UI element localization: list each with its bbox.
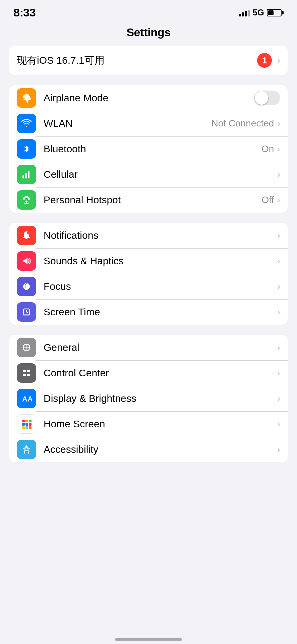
screen-time-icon	[17, 302, 36, 322]
accessibility-icon	[17, 440, 36, 459]
update-banner[interactable]: 现有iOS 16.7.1可用 1 ›	[9, 46, 288, 75]
screen-time-row[interactable]: Screen Time ›	[9, 299, 288, 325]
update-chevron-icon: ›	[277, 55, 280, 66]
home-indicator	[115, 638, 182, 641]
cellular-icon	[17, 165, 36, 184]
control-center-row[interactable]: Control Center ›	[9, 360, 288, 386]
svg-rect-28	[29, 423, 32, 426]
general-icon	[17, 338, 36, 357]
system-group: General › Control Center › AA Display & …	[9, 335, 288, 462]
general-row[interactable]: General ›	[9, 335, 288, 360]
sounds-icon	[17, 251, 36, 271]
general-chevron-icon: ›	[277, 342, 280, 353]
notifications-row[interactable]: Notifications ›	[9, 223, 288, 248]
cellular-label: Cellular	[44, 169, 277, 180]
status-time: 8:33	[13, 6, 36, 19]
svg-rect-2	[28, 171, 29, 178]
svg-point-4	[25, 201, 27, 203]
wlan-label: WLAN	[44, 118, 212, 129]
svg-rect-30	[25, 426, 28, 429]
wlan-icon	[17, 114, 36, 133]
update-text: 现有iOS 16.7.1可用	[17, 54, 257, 67]
display-brightness-label: Display & Brightness	[44, 393, 277, 404]
control-center-icon	[17, 363, 36, 383]
svg-rect-1	[25, 173, 27, 178]
control-center-label: Control Center	[44, 367, 277, 379]
page-title: Settings	[0, 22, 297, 46]
focus-icon	[17, 277, 36, 296]
svg-point-32	[25, 445, 27, 447]
focus-label: Focus	[44, 281, 277, 292]
display-brightness-icon: AA	[17, 389, 36, 408]
screen-time-label: Screen Time	[44, 306, 277, 318]
focus-chevron-icon: ›	[277, 281, 280, 292]
cellular-row[interactable]: Cellular ›	[9, 162, 288, 187]
control-center-chevron-icon: ›	[277, 368, 280, 378]
airplane-mode-icon	[17, 88, 36, 108]
status-icons: 5G	[239, 7, 284, 18]
home-screen-label: Home Screen	[44, 418, 277, 430]
update-badge: 1	[257, 53, 272, 68]
signal-bars-icon	[239, 9, 250, 16]
general-label: General	[44, 342, 277, 353]
display-brightness-chevron-icon: ›	[277, 393, 280, 404]
svg-rect-31	[29, 426, 32, 429]
hotspot-row[interactable]: Personal Hotspot Off ›	[9, 187, 288, 213]
airplane-mode-row[interactable]: Airplane Mode	[9, 85, 288, 111]
hotspot-chevron-icon: ›	[277, 195, 280, 205]
svg-text:AA: AA	[22, 395, 32, 403]
network-group: Airplane Mode WLAN Not Connected › Bluet…	[9, 85, 288, 213]
hotspot-label: Personal Hotspot	[44, 194, 261, 206]
bluetooth-row[interactable]: Bluetooth On ›	[9, 136, 288, 162]
focus-row[interactable]: Focus ›	[9, 274, 288, 299]
airplane-mode-toggle[interactable]	[254, 91, 280, 105]
display-brightness-row[interactable]: AA Display & Brightness ›	[9, 386, 288, 411]
notifications-label: Notifications	[44, 230, 277, 241]
hotspot-value: Off	[261, 195, 274, 205]
bluetooth-value: On	[261, 144, 274, 154]
svg-rect-21	[27, 374, 30, 376]
sounds-row[interactable]: Sounds & Haptics ›	[9, 248, 288, 274]
alerts-group: Notifications › Sounds & Haptics ›	[9, 223, 288, 325]
home-screen-icon	[17, 414, 36, 434]
battery-icon	[267, 9, 284, 16]
notifications-icon	[17, 226, 36, 245]
bluetooth-chevron-icon: ›	[277, 144, 280, 154]
cellular-chevron-icon: ›	[277, 169, 280, 180]
svg-rect-20	[23, 374, 26, 376]
network-type: 5G	[252, 7, 264, 18]
home-screen-row[interactable]: Home Screen ›	[9, 411, 288, 437]
svg-rect-19	[27, 370, 30, 372]
home-screen-chevron-icon: ›	[277, 419, 280, 429]
svg-line-10	[26, 312, 28, 313]
svg-rect-24	[25, 420, 28, 422]
svg-rect-23	[22, 420, 25, 422]
airplane-mode-label: Airplane Mode	[44, 92, 254, 104]
notifications-chevron-icon: ›	[277, 230, 280, 241]
status-bar: 8:33 5G	[0, 0, 297, 22]
sounds-chevron-icon: ›	[277, 256, 280, 266]
wlan-value: Not Connected	[212, 118, 274, 129]
accessibility-chevron-icon: ›	[277, 444, 280, 455]
svg-rect-26	[22, 423, 25, 426]
screen-time-chevron-icon: ›	[277, 307, 280, 317]
wlan-row[interactable]: WLAN Not Connected ›	[9, 111, 288, 136]
wlan-chevron-icon: ›	[277, 118, 280, 129]
bluetooth-icon	[17, 139, 36, 159]
svg-rect-18	[23, 370, 26, 372]
accessibility-label: Accessibility	[44, 444, 277, 455]
svg-rect-29	[22, 426, 25, 429]
svg-point-13	[25, 346, 27, 348]
svg-rect-0	[22, 175, 24, 178]
svg-rect-25	[29, 420, 32, 422]
sounds-label: Sounds & Haptics	[44, 255, 277, 267]
svg-point-7	[27, 231, 31, 234]
bluetooth-label: Bluetooth	[44, 143, 261, 155]
accessibility-row[interactable]: Accessibility ›	[9, 437, 288, 462]
svg-rect-27	[25, 423, 28, 426]
hotspot-icon	[17, 190, 36, 210]
